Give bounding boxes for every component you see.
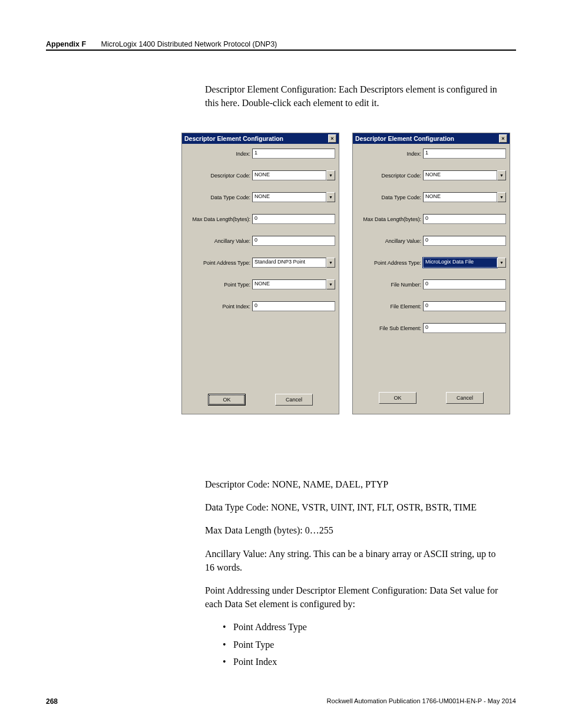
def-max-data-length: Max Data Length (bytes): 0…255 xyxy=(205,523,505,537)
label-data-type-code: Data Type Code: xyxy=(186,195,252,200)
page-number: 268 xyxy=(46,697,58,706)
label-point-type: Point Type: xyxy=(186,282,252,288)
index-field[interactable]: 1 xyxy=(252,149,335,159)
cancel-button[interactable]: Cancel xyxy=(446,392,484,404)
max-data-length-field[interactable]: 0 xyxy=(423,214,506,224)
label-file-number: File Number: xyxy=(356,282,423,288)
label-point-address-type: Point Address Type: xyxy=(356,260,423,266)
ancillary-value-field[interactable]: 0 xyxy=(423,236,506,246)
titlebar: Descriptor Element Configuration × xyxy=(353,133,510,144)
list-item: Point Index xyxy=(223,655,505,668)
header-rule xyxy=(46,50,516,51)
label-max-data-length: Max Data Length(bytes): xyxy=(186,216,252,222)
chevron-down-icon[interactable]: ▼ xyxy=(326,279,335,289)
intro-paragraph: Descriptor Element Configuration: Each D… xyxy=(205,83,505,110)
appendix-title: MicroLogix 1400 Distributed Network Prot… xyxy=(101,40,277,48)
point-address-type-select[interactable]: Standard DNP3 Point xyxy=(252,258,326,268)
chevron-down-icon[interactable]: ▼ xyxy=(497,192,506,202)
descriptor-code-select[interactable]: NONE xyxy=(423,170,497,180)
label-index: Index: xyxy=(356,151,423,157)
def-descriptor-code: Descriptor Code: NONE, NAME, DAEL, PTYP xyxy=(205,477,505,491)
list-item: Point Address Type xyxy=(223,620,505,634)
file-sub-element-field[interactable]: 0 xyxy=(423,323,506,333)
label-file-element: File Element: xyxy=(356,304,423,309)
dialog-body: Index: 1 Descriptor Code: NONE ▼ Data Ty… xyxy=(353,144,510,412)
max-data-length-field[interactable]: 0 xyxy=(252,214,335,224)
label-file-sub-element: File Sub Element: xyxy=(356,325,423,331)
list-item: Point Type xyxy=(223,638,505,651)
def-data-type-code: Data Type Code: NONE, VSTR, UINT, INT, F… xyxy=(205,500,505,514)
file-number-field[interactable]: 0 xyxy=(423,279,506,289)
chevron-down-icon[interactable]: ▼ xyxy=(497,258,506,268)
chevron-down-icon[interactable]: ▼ xyxy=(326,258,335,268)
descriptor-dialog-left: Descriptor Element Configuration × Index… xyxy=(181,133,339,414)
titlebar: Descriptor Element Configuration × xyxy=(182,133,339,144)
point-address-type-select[interactable]: MicroLogix Data File xyxy=(423,258,497,268)
data-type-code-select[interactable]: NONE xyxy=(423,192,497,202)
label-ancillary-value: Ancillary Value: xyxy=(186,238,252,244)
cancel-button[interactable]: Cancel xyxy=(275,394,313,406)
label-index: Index: xyxy=(186,151,252,157)
ok-button[interactable]: OK xyxy=(379,392,416,404)
label-point-index: Point Index: xyxy=(186,304,252,309)
label-descriptor-code: Descriptor Code: xyxy=(186,173,252,179)
label-max-data-length: Max Data Length(bytes): xyxy=(356,216,423,222)
bullet-list: Point Address Type Point Type Point Inde… xyxy=(223,620,505,668)
dialog-title: Descriptor Element Configuration xyxy=(184,135,283,142)
dialog-body: Index: 1 Descriptor Code: NONE ▼ Data Ty… xyxy=(182,144,339,414)
chevron-down-icon[interactable]: ▼ xyxy=(497,170,506,180)
dialog-title: Descriptor Element Configuration xyxy=(355,135,454,142)
label-data-type-code: Data Type Code: xyxy=(356,195,423,200)
dialog-screenshots: Descriptor Element Configuration × Index… xyxy=(181,133,510,414)
appendix-label: Appendix F xyxy=(46,40,86,48)
descriptor-dialog-right: Descriptor Element Configuration × Index… xyxy=(352,133,510,414)
point-type-select[interactable]: NONE xyxy=(252,279,326,289)
page-footer: 268 Rockwell Automation Publication 1766… xyxy=(46,697,516,706)
data-type-code-select[interactable]: NONE xyxy=(252,192,326,202)
descriptor-code-select[interactable]: NONE xyxy=(252,170,326,180)
label-point-address-type: Point Address Type: xyxy=(186,260,252,266)
close-icon[interactable]: × xyxy=(499,134,507,143)
definitions: Descriptor Code: NONE, NAME, DAEL, PTYP … xyxy=(205,477,505,672)
close-icon[interactable]: × xyxy=(328,134,336,143)
chevron-down-icon[interactable]: ▼ xyxy=(326,192,335,202)
def-ancillary-value: Ancillary Value: Any string. This can be… xyxy=(205,547,505,574)
ancillary-value-field[interactable]: 0 xyxy=(252,236,335,246)
page-header: Appendix F MicroLogix 1400 Distributed N… xyxy=(46,40,516,48)
chevron-down-icon[interactable]: ▼ xyxy=(326,170,335,180)
publication-info: Rockwell Automation Publication 1766-UM0… xyxy=(327,697,516,706)
ok-button[interactable]: OK xyxy=(208,394,246,406)
label-descriptor-code: Descriptor Code: xyxy=(356,173,423,179)
index-field[interactable]: 1 xyxy=(423,149,506,159)
point-index-field[interactable]: 0 xyxy=(252,301,335,311)
file-element-field[interactable]: 0 xyxy=(423,301,506,311)
label-ancillary-value: Ancillary Value: xyxy=(356,238,423,244)
def-point-addressing: Point Addressing under Descriptor Elemen… xyxy=(205,584,505,611)
